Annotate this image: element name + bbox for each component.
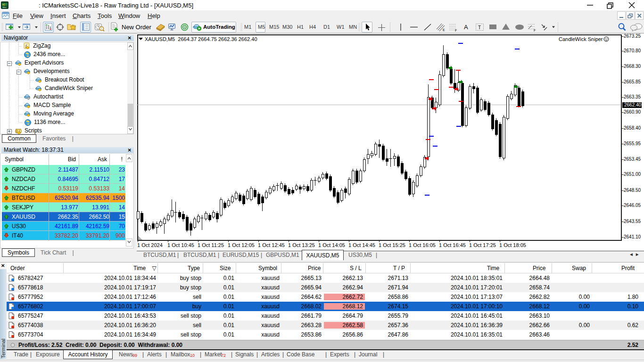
svg-text:✕: ✕ [1,263,5,268]
svg-text:Terminal: Terminal [0,338,6,358]
svg-text:IC: IC [2,3,6,6]
svg-text:F: F [455,29,457,32]
svg-text:E: E [443,28,445,32]
svg-text:T: T [478,25,481,30]
svg-text:Mkts: Mkts [3,7,7,8]
svg-text:F: F [534,29,536,32]
